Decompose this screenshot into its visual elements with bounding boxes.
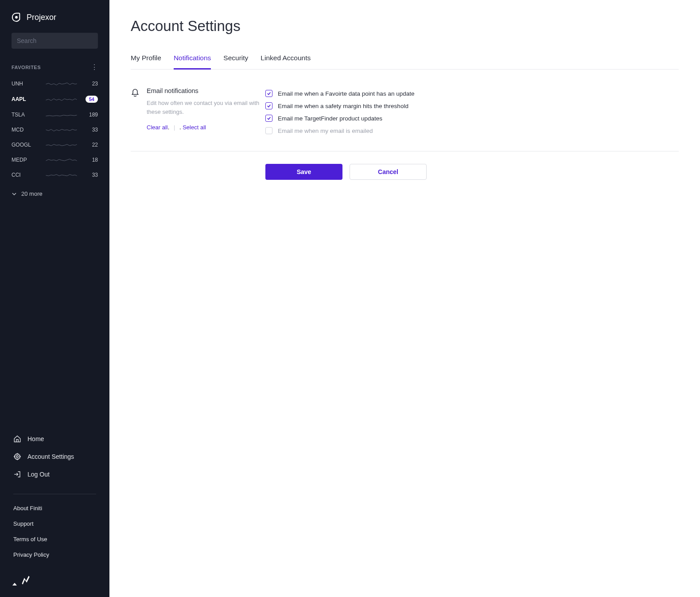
ticker-count: 189 [86, 112, 98, 118]
favorite-item-googl[interactable]: GOOGL 22 [0, 137, 109, 152]
link-separator: | [174, 124, 175, 131]
checkbox[interactable] [265, 115, 272, 122]
sidebar: Projexor FAVORITES ⋮ UNH 23 AAPL 54 TSLA… [0, 0, 109, 597]
page-title: Account Settings [131, 18, 679, 35]
tabs: My Profile Notifications Security Linked… [131, 54, 679, 70]
sparkline-icon [37, 81, 86, 86]
sparkline-icon [37, 172, 86, 178]
gear-icon [13, 453, 21, 461]
home-icon [13, 435, 21, 443]
search-box[interactable] [12, 33, 98, 49]
option-label: Email me when a Favoirte data point has … [278, 90, 414, 97]
section-title: Email notifications [147, 87, 265, 94]
option-row: Email me TargetFinder product updates [265, 112, 679, 124]
favorites-heading: FAVORITES [12, 65, 41, 70]
chevron-down-icon [12, 191, 17, 197]
logout-icon [13, 470, 21, 478]
favorites-list: UNH 23 AAPL 54 TSLA 189 MCD 33 GOOGL 22 [0, 74, 109, 184]
favorite-item-cci[interactable]: CCI 33 [0, 167, 109, 182]
bell-icon [131, 88, 140, 97]
sparkline-icon [37, 127, 86, 132]
option-label: Email me TargetFinder product updates [278, 115, 382, 122]
tab-security[interactable]: Security [223, 54, 248, 69]
main-content: Account Settings My Profile Notification… [109, 0, 700, 597]
divider [13, 494, 96, 494]
option-row: Email me when a safety margin hits the t… [265, 100, 679, 112]
favorite-item-unh[interactable]: UNH 23 [0, 76, 109, 91]
tab-notifications[interactable]: Notifications [174, 54, 211, 69]
action-buttons: Save Cancel [131, 151, 679, 180]
footer-privacy[interactable]: Privacy Policy [0, 547, 109, 562]
ticker-badge: 54 [86, 96, 98, 103]
checkbox[interactable] [265, 90, 272, 97]
sparkline-icon [37, 97, 86, 102]
footer-brand[interactable] [0, 566, 109, 597]
favorite-item-medp[interactable]: MEDP 18 [0, 152, 109, 167]
footer-support[interactable]: Support [0, 516, 109, 531]
tab-linked-accounts[interactable]: Linked Accounts [261, 54, 311, 69]
ticker-label: MEDP [12, 157, 37, 163]
clear-all-link[interactable]: Clear all [147, 124, 168, 131]
favorites-menu-icon[interactable]: ⋮ [91, 64, 98, 71]
ticker-label: TSLA [12, 112, 37, 118]
brand-logo[interactable]: Projexor [0, 0, 109, 33]
tab-my-profile[interactable]: My Profile [131, 54, 161, 69]
ticker-count: 18 [86, 157, 98, 163]
svg-point-3 [16, 456, 19, 458]
logo-icon [12, 12, 21, 22]
option-row: Email me when a Favoirte data point has … [265, 87, 679, 100]
search-input[interactable] [17, 37, 94, 44]
ticker-count: 33 [86, 127, 98, 133]
checkbox[interactable] [265, 102, 272, 109]
nav-home[interactable]: Home [0, 430, 109, 448]
ticker-label: GOOGL [12, 142, 37, 148]
favorites-more-label: 20 more [21, 190, 43, 197]
footer-about[interactable]: About Finiti [0, 500, 109, 516]
sparkline-icon [37, 142, 86, 147]
favorites-show-more[interactable]: 20 more [0, 184, 109, 203]
option-row: Email me when my email is emailed [265, 124, 679, 137]
svg-point-0 [15, 16, 18, 19]
option-label: Email me when my email is emailed [278, 128, 373, 134]
ticker-label: MCD [12, 127, 37, 133]
sparkline-icon [37, 112, 86, 117]
ticker-label: UNH [12, 81, 37, 87]
ticker-label: CCI [12, 172, 37, 178]
finiti-logo-icon [19, 574, 31, 585]
favorite-item-aapl[interactable]: AAPL 54 [0, 91, 109, 107]
nav-logout[interactable]: Log Out [0, 465, 109, 483]
section-description: Edit how often we contact you via email … [147, 99, 265, 116]
option-label: Email me when a safety margin hits the t… [278, 103, 408, 109]
nav-account-settings[interactable]: Account Settings [0, 448, 109, 465]
notification-options: Email me when a Favoirte data point has … [265, 87, 679, 137]
sparkline-icon [37, 157, 86, 163]
ticker-label: AAPL [12, 96, 37, 102]
favorite-item-mcd[interactable]: MCD 33 [0, 122, 109, 137]
sidebar-nav: Home Account Settings Log Out [0, 430, 109, 488]
nav-label: Home [27, 435, 44, 442]
footer-links: About Finiti Support Terms of Use Privac… [0, 500, 109, 566]
nav-label: Log Out [27, 471, 50, 478]
caret-up-icon [12, 583, 17, 585]
ticker-count: 33 [86, 172, 98, 178]
cancel-button[interactable]: Cancel [350, 164, 427, 180]
save-button[interactable]: Save [265, 164, 342, 180]
favorite-item-tsla[interactable]: TSLA 189 [0, 107, 109, 122]
ticker-count: 22 [86, 142, 98, 148]
select-all-link[interactable]: Select all [183, 124, 206, 131]
nav-label: Account Settings [27, 453, 74, 460]
footer-terms[interactable]: Terms of Use [0, 531, 109, 547]
checkbox[interactable] [265, 127, 272, 134]
brand-name: Projexor [27, 13, 56, 22]
ticker-count: 23 [86, 81, 98, 87]
